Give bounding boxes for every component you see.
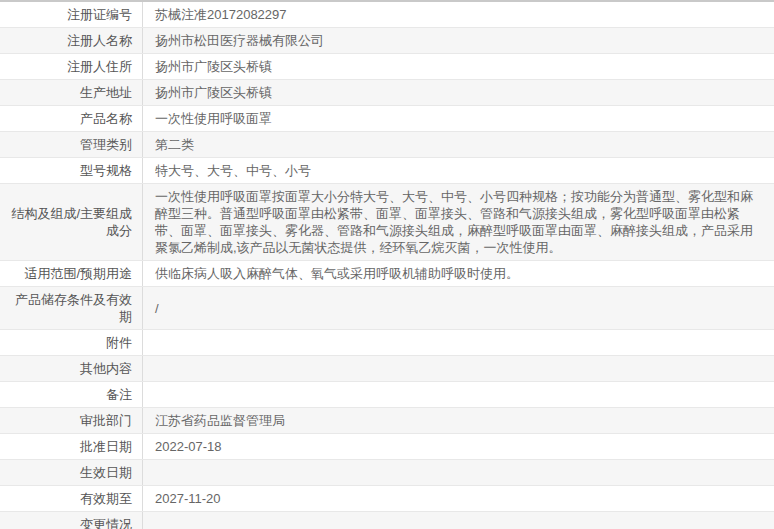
table-row: 注册人名称扬州市松田医疗器械有限公司 bbox=[0, 28, 774, 54]
table-row: 变更情况 bbox=[0, 512, 774, 529]
row-label: 产品名称 bbox=[0, 106, 143, 131]
row-value: 第二类 bbox=[143, 132, 774, 157]
table-row: 管理类别第二类 bbox=[0, 132, 774, 158]
row-value-text: 2027-11-20 bbox=[155, 490, 221, 507]
row-value: 扬州市广陵区头桥镇 bbox=[143, 80, 774, 105]
row-value-text: 江苏省药品监督管理局 bbox=[155, 412, 285, 429]
row-value-text: 供临床病人吸入麻醉气体、氧气或采用呼吸机辅助呼吸时使用。 bbox=[155, 265, 519, 282]
table-row: 附件 bbox=[0, 330, 774, 356]
table-row: 型号规格特大号、大号、中号、小号 bbox=[0, 158, 774, 184]
table-row: 生产地址扬州市广陵区头桥镇 bbox=[0, 80, 774, 106]
row-value-text: 特大号、大号、中号、小号 bbox=[155, 162, 311, 179]
row-value bbox=[143, 382, 774, 407]
row-value: 2022-07-18 bbox=[143, 434, 774, 459]
table-row: 结构及组成/主要组成成分一次性使用呼吸面罩按面罩大小分特大号、大号、中号、小号四… bbox=[0, 184, 774, 261]
row-label: 注册人住所 bbox=[0, 54, 143, 79]
row-value-text: 2022-07-18 bbox=[155, 438, 222, 455]
registration-info-table: 注册证编号苏械注准20172082297注册人名称扬州市松田医疗器械有限公司注册… bbox=[0, 0, 774, 529]
row-value-text: 第二类 bbox=[155, 136, 194, 153]
row-label: 批准日期 bbox=[0, 434, 143, 459]
row-label: 审批部门 bbox=[0, 408, 143, 433]
row-label: 管理类别 bbox=[0, 132, 143, 157]
row-label: 有效期至 bbox=[0, 486, 143, 511]
row-value: 一次性使用呼吸面罩按面罩大小分特大号、大号、中号、小号四种规格；按功能分为普通型… bbox=[143, 184, 774, 260]
row-value bbox=[143, 330, 774, 355]
row-value: / bbox=[143, 287, 774, 329]
row-label: 生产地址 bbox=[0, 80, 143, 105]
table-row: 备注 bbox=[0, 382, 774, 408]
row-label: 注册人名称 bbox=[0, 28, 143, 53]
row-value: 扬州市松田医疗器械有限公司 bbox=[143, 28, 774, 53]
row-label: 变更情况 bbox=[0, 512, 143, 529]
row-label: 附件 bbox=[0, 330, 143, 355]
table-row: 其他内容 bbox=[0, 356, 774, 382]
row-value: 苏械注准20172082297 bbox=[143, 2, 774, 27]
row-value: 供临床病人吸入麻醉气体、氧气或采用呼吸机辅助呼吸时使用。 bbox=[143, 261, 774, 286]
row-label: 生效日期 bbox=[0, 460, 143, 485]
row-value bbox=[143, 460, 774, 485]
row-label: 注册证编号 bbox=[0, 2, 143, 27]
row-value bbox=[143, 356, 774, 381]
row-value bbox=[143, 512, 774, 529]
row-value: 特大号、大号、中号、小号 bbox=[143, 158, 774, 183]
table-row: 批准日期2022-07-18 bbox=[0, 434, 774, 460]
table-row: 审批部门江苏省药品监督管理局 bbox=[0, 408, 774, 434]
row-label: 其他内容 bbox=[0, 356, 143, 381]
row-label: 备注 bbox=[0, 382, 143, 407]
row-value: 扬州市广陵区头桥镇 bbox=[143, 54, 774, 79]
row-value-text: 扬州市广陵区头桥镇 bbox=[155, 84, 272, 101]
table-row: 产品名称一次性使用呼吸面罩 bbox=[0, 106, 774, 132]
row-value-text: / bbox=[155, 300, 159, 317]
row-label: 结构及组成/主要组成成分 bbox=[0, 184, 143, 260]
table-row: 注册证编号苏械注准20172082297 bbox=[0, 2, 774, 28]
table-row: 产品储存条件及有效期/ bbox=[0, 287, 774, 330]
row-value-text: 扬州市广陵区头桥镇 bbox=[155, 58, 272, 75]
row-label: 产品储存条件及有效期 bbox=[0, 287, 143, 329]
row-value-text: 扬州市松田医疗器械有限公司 bbox=[155, 32, 324, 49]
row-label: 型号规格 bbox=[0, 158, 143, 183]
table-row: 生效日期 bbox=[0, 460, 774, 486]
row-value-text: 苏械注准20172082297 bbox=[155, 6, 287, 23]
table-row: 注册人住所扬州市广陵区头桥镇 bbox=[0, 54, 774, 80]
row-value: 江苏省药品监督管理局 bbox=[143, 408, 774, 433]
table-row: 有效期至2027-11-20 bbox=[0, 486, 774, 512]
row-value: 2027-11-20 bbox=[143, 486, 774, 511]
table-row: 适用范围/预期用途供临床病人吸入麻醉气体、氧气或采用呼吸机辅助呼吸时使用。 bbox=[0, 261, 774, 287]
row-value: 一次性使用呼吸面罩 bbox=[143, 106, 774, 131]
row-value-text: 一次性使用呼吸面罩 bbox=[155, 110, 272, 127]
row-label: 适用范围/预期用途 bbox=[0, 261, 143, 286]
row-value-text: 一次性使用呼吸面罩按面罩大小分特大号、大号、中号、小号四种规格；按功能分为普通型… bbox=[155, 188, 760, 256]
